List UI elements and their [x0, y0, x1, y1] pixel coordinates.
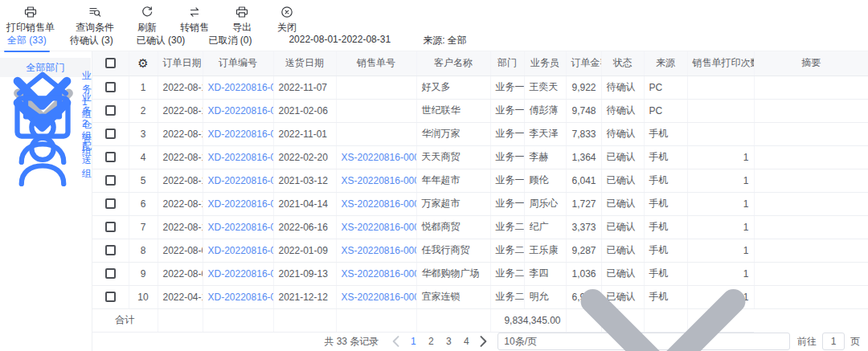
print-sales-order-button[interactable]: 打印销售单 — [6, 6, 55, 35]
amount-cell: 9,748 — [566, 99, 601, 122]
order-date-cell: 2022-08-11 — [158, 192, 203, 215]
goto-page-input[interactable] — [822, 333, 845, 350]
row-checkbox-cell — [92, 262, 129, 285]
order-date-cell: 2022-08-13 — [158, 145, 203, 169]
prev-page-button[interactable] — [388, 333, 404, 349]
page-number-list: 1234 — [404, 336, 475, 347]
delivery-date-cell: 2022-02-20 — [273, 145, 336, 169]
sales-no-link[interactable]: XS-20220816-000013 — [342, 198, 417, 210]
page-size-label: 10条/页 — [504, 335, 537, 349]
order-no-link[interactable]: XD-20220816-000012 — [208, 222, 274, 233]
total-empty-cell — [158, 308, 203, 332]
sales-no-link[interactable]: XS-20220816-000010 — [342, 268, 417, 280]
row-checkbox[interactable] — [105, 129, 116, 139]
sidebar-item-label: 配送组 — [82, 140, 92, 181]
order-no-link[interactable]: XD-20220816-000018 — [208, 82, 274, 93]
column-header: 订单金额 — [566, 51, 601, 76]
sales-no-cell — [336, 99, 416, 122]
sales-no-link[interactable]: XS-20220816-000014 — [342, 175, 417, 186]
column-header: 销售单打印次数 — [687, 51, 754, 76]
order-no-cell: XD-20220816-000014 — [203, 169, 273, 192]
sidebar-item-delivery-group[interactable]: 配送组 — [0, 149, 92, 171]
tab-cancelled[interactable]: 已取消 (0) — [207, 32, 252, 52]
row-checkbox-cell — [92, 145, 129, 169]
tab-confirmed[interactable]: 已确认 (30) — [136, 32, 186, 52]
select-all-checkbox[interactable] — [105, 58, 116, 68]
page-number-1[interactable]: 1 — [405, 336, 421, 347]
row-checkbox[interactable] — [105, 245, 116, 255]
page-number-2[interactable]: 2 — [423, 336, 439, 347]
query-conditions-button[interactable]: 查询条件 — [76, 6, 114, 35]
date-range-filter[interactable]: 2022-08-01-2022-08-31 — [289, 32, 391, 45]
order-date-cell: 2022-08-09 — [158, 239, 203, 262]
page-number-3[interactable]: 3 — [440, 336, 457, 347]
order-no-link[interactable]: XD-20220816-000015 — [208, 152, 274, 163]
total-empty-cell — [273, 308, 336, 332]
dept-cell: 业务二部 — [490, 239, 524, 262]
transfer-icon — [188, 6, 201, 18]
next-page-button[interactable] — [475, 333, 491, 349]
delivery-date-cell: 2021-03-12 — [273, 169, 336, 192]
source-filter[interactable]: 来源: 全部 — [423, 32, 467, 47]
row-checkbox-cell — [92, 239, 129, 262]
row-index: 3 — [129, 122, 158, 145]
export-button[interactable]: 导出 — [230, 6, 254, 35]
amount-cell: 6,041 — [566, 169, 601, 192]
order-no-link[interactable]: XD-20220816-000016 — [208, 129, 274, 140]
row-index: 8 — [129, 239, 158, 262]
sales-no-link[interactable]: XS-20220816-000012 — [342, 222, 417, 233]
column-header: 摘要 — [754, 51, 868, 76]
order-no-link[interactable]: XD-20220816-000011 — [208, 245, 274, 256]
row-checkbox-cell — [92, 169, 129, 192]
convert-to-sales-button[interactable]: 转销售 — [180, 6, 209, 35]
status-cell: 已确认 — [601, 192, 644, 215]
delivery-date-cell: 2021-04-14 — [273, 192, 336, 215]
sales-no-link[interactable]: XS-20220816-000009 — [342, 292, 417, 303]
sales-no-link[interactable]: XS-20220816-000011 — [342, 245, 417, 256]
status-cell: 待确认 — [601, 99, 644, 122]
order-no-link[interactable]: XD-20220816-000009 — [208, 292, 274, 303]
table-row: 52022-08-12XD-20220816-0000142021-03-12X… — [92, 169, 868, 192]
delivery-date-cell: 2021-12-12 — [273, 285, 336, 308]
summary-cell — [754, 99, 868, 122]
row-checkbox[interactable] — [105, 175, 116, 186]
order-no-link[interactable]: XD-20220816-000014 — [208, 175, 274, 186]
page-number-4[interactable]: 4 — [458, 336, 474, 347]
order-no-link[interactable]: XD-20220816-000017 — [208, 105, 274, 116]
row-checkbox-cell — [92, 192, 129, 215]
column-header: 销售单号 — [336, 51, 416, 76]
order-no-link[interactable]: XD-20220816-000013 — [208, 198, 274, 210]
print-count-cell — [687, 99, 754, 122]
column-settings-gear-icon[interactable]: ⚙ — [129, 51, 158, 76]
table-row: 62022-08-11XD-20220816-0000132021-04-14X… — [92, 192, 868, 215]
delivery-date-cell: 2022-06-16 — [273, 215, 336, 239]
summary-cell — [754, 192, 868, 215]
row-checkbox[interactable] — [105, 268, 116, 279]
dept-cell: 业务一部 — [490, 99, 524, 122]
dept-cell: 业务一部 — [490, 76, 524, 99]
dept-cell: 业务一部 — [490, 192, 524, 215]
row-checkbox[interactable] — [105, 292, 116, 302]
tab-pending[interactable]: 待确认 (3) — [69, 32, 114, 52]
print-count-cell: 1 — [687, 192, 754, 215]
dept-cell: 业务一部 — [490, 145, 524, 169]
row-checkbox[interactable] — [105, 152, 116, 162]
row-checkbox[interactable] — [105, 105, 116, 116]
row-checkbox[interactable] — [105, 222, 116, 232]
order-no-link[interactable]: XD-20220816-000010 — [208, 268, 274, 280]
refresh-button[interactable]: 刷新 — [135, 6, 159, 35]
row-index: 4 — [129, 145, 158, 169]
source-cell: PC — [644, 99, 687, 122]
page-size-select[interactable]: 10条/页 — [497, 333, 790, 350]
salesperson-cell: 李赫 — [524, 145, 566, 169]
summary-cell — [754, 145, 868, 169]
close-button[interactable]: 关闭 — [275, 6, 299, 35]
row-checkbox[interactable] — [105, 198, 116, 209]
row-checkbox[interactable] — [105, 82, 116, 92]
sales-no-link[interactable]: XS-20220816-000015 — [342, 152, 417, 163]
print-count-cell: 1 — [687, 145, 754, 169]
dept-cell: 业务二部 — [490, 285, 524, 308]
sales-no-cell — [336, 76, 416, 99]
summary-cell — [754, 76, 868, 99]
tab-all[interactable]: 全部 (33) — [6, 32, 47, 52]
